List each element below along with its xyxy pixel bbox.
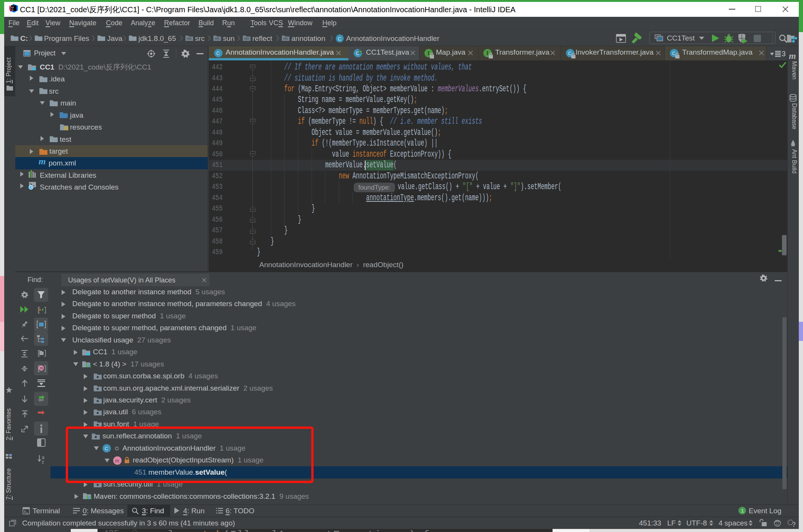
svg-text:I: I — [486, 50, 488, 56]
svg-text:C: C — [568, 50, 572, 56]
svg-text:]: ] — [43, 365, 46, 372]
svg-text:]: ] — [43, 306, 46, 313]
svg-text:IJ: IJ — [11, 6, 14, 9]
svg-text:z: z — [42, 459, 44, 464]
svg-text:C: C — [338, 36, 341, 42]
svg-text:m: m — [40, 366, 43, 370]
svg-text:C: C — [216, 50, 220, 56]
svg-text:1: 1 — [741, 508, 744, 514]
svg-text:I: I — [428, 50, 429, 56]
svg-text:]: ] — [43, 349, 46, 357]
svg-text:?: ? — [792, 521, 796, 527]
svg-text:C: C — [672, 50, 676, 56]
